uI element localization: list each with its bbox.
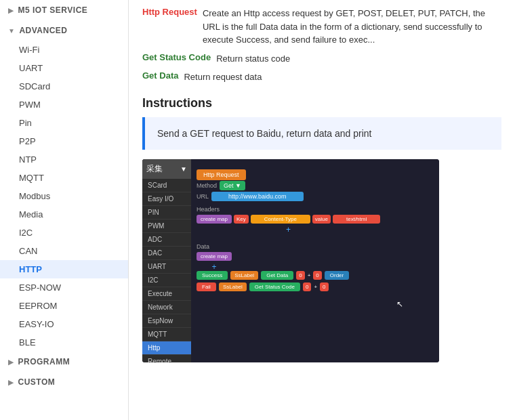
chevron-right-icon: ▶ <box>8 358 14 366</box>
menu-item-http: Http <box>142 341 191 355</box>
get-data-label: Get Data <box>142 70 178 81</box>
block-http-request: Http Request <box>197 169 246 180</box>
sidebar-item-mqtt[interactable]: MQTT <box>0 169 128 187</box>
get-status-code-block: Get Status Code Return status code <box>142 52 501 66</box>
sidebar-item-i2c[interactable]: I2C <box>0 224 128 242</box>
menu-item-easy-io: Easy I/O <box>142 192 191 206</box>
code-canvas: 采集 ▼ SCard Easy I/O PIN PWM ADC DAC UART… <box>142 159 439 362</box>
block-url-row: URL http://www.baidu.com <box>197 192 304 201</box>
block-data-add-row: + <box>197 262 232 272</box>
http-request-label: Http Request <box>142 7 197 17</box>
sidebar-item-eeprom[interactable]: EEPROM <box>0 297 128 315</box>
menu-item-pwm: PWM <box>142 219 191 233</box>
block-success-print: SsLabel <box>230 271 258 280</box>
dropdown-menu-header: 采集 ▼ <box>142 159 191 179</box>
sidebar-section-label: PROGRAMM <box>18 357 70 366</box>
block-create-map: create map <box>197 215 232 224</box>
code-screenshot: 采集 ▼ SCard Easy I/O PIN PWM ADC DAC UART… <box>142 159 439 362</box>
chevron-down-icon: ▼ <box>8 27 15 35</box>
block-fail-plus: + <box>314 284 317 290</box>
get-data-block: Get Data Return request data <box>142 70 501 84</box>
sidebar-item-media[interactable]: Media <box>0 205 128 224</box>
block-headers-map: create map Key Content-Type value text/h… <box>197 215 380 224</box>
instruction-text: Send a GET request to Baidu, return data… <box>157 128 372 139</box>
dropdown-menu-bar: 采集 ▼ SCard Easy I/O PIN PWM ADC DAC UART… <box>142 159 191 362</box>
block-success-row: Success SsLabel Get Data 0 + 0 Order <box>197 271 349 280</box>
instruction-box: Send a GET request to Baidu, return data… <box>142 117 501 150</box>
block-add-row: + <box>197 225 380 234</box>
menu-item-network: Network <box>142 301 191 314</box>
dropdown-arrow-icon: ▼ <box>180 165 187 173</box>
main-content: Http Request Create an Http access reque… <box>129 0 515 420</box>
menu-item-mqtt: MQTT <box>142 328 191 341</box>
block-data-label: Data <box>197 243 209 250</box>
block-get-status: Get Status Code <box>249 282 300 291</box>
block-get-data: Get Data <box>261 271 293 280</box>
get-status-code-label: Get Status Code <box>142 52 211 62</box>
block-headers-label: Headers <box>197 206 220 213</box>
blocks-area: Http Request Method Get ▼ URL http://www… <box>193 166 436 359</box>
block-method-row: Method Get ▼ <box>197 181 245 190</box>
chevron-right-icon: ▶ <box>8 379 14 386</box>
block-num2: 0 <box>313 271 321 280</box>
get-status-line: Get Status Code Return status code <box>142 52 501 66</box>
block-data-map: create map <box>197 252 232 261</box>
sidebar-item-wifi[interactable]: Wi-Fi <box>0 41 128 59</box>
menu-item-pin: PIN <box>142 206 191 219</box>
block-fail-label: Fail <box>197 282 216 291</box>
sidebar-section-label: ADVANCED <box>19 26 67 35</box>
block-num1: 0 <box>296 271 304 280</box>
sidebar-item-ble[interactable]: BLE <box>0 333 128 352</box>
block-order-label: Order <box>325 271 349 280</box>
block-url-value: http://www.baidu.com <box>211 192 304 201</box>
sidebar-item-can[interactable]: CAN <box>0 242 128 260</box>
sidebar-item-pin[interactable]: Pin <box>0 114 128 132</box>
sidebar-item-esp-now[interactable]: ESP-NOW <box>0 278 128 297</box>
sidebar-item-uart[interactable]: UART <box>0 59 128 77</box>
sidebar-section-m5-iot-service[interactable]: ▶ M5 IOT SERVICE <box>0 0 128 20</box>
block-fail-num2: 0 <box>320 282 328 291</box>
sidebar-section-custom[interactable]: ▶ CUSTOM <box>0 372 128 392</box>
instructions-title: Instructions <box>142 96 501 110</box>
menu-item-uart: UART <box>142 260 191 274</box>
get-data-line: Get Data Return request data <box>142 70 501 84</box>
block-plus-op: + <box>308 272 311 278</box>
http-request-line: Http Request Create an Http access reque… <box>142 7 501 47</box>
menu-item-dac: DAC <box>142 247 191 260</box>
sidebar-section-label: M5 IOT SERVICE <box>18 5 88 15</box>
sidebar-item-http[interactable]: HTTP <box>0 260 128 278</box>
block-url-label: URL <box>197 193 209 200</box>
http-request-description: Create an Http access request by GET, PO… <box>203 7 501 47</box>
block-method-value: Get ▼ <box>220 181 245 190</box>
block-value: value <box>312 215 331 224</box>
sidebar-item-p2p[interactable]: P2P <box>0 132 128 150</box>
block-data-create-map: create map <box>197 252 232 261</box>
menu-item-espnow: EspNow <box>142 314 191 328</box>
menu-item-i2c: I2C <box>142 274 191 287</box>
chevron-right-icon: ▶ <box>8 7 14 14</box>
sidebar: ▶ M5 IOT SERVICE ▼ ADVANCED Wi-Fi UART S… <box>0 0 129 420</box>
sidebar-item-modbus[interactable]: Modbus <box>0 187 128 205</box>
menu-item-scard: SCard <box>142 179 191 192</box>
sidebar-item-pwm[interactable]: PWM <box>0 96 128 114</box>
block-text-html: text/html <box>333 215 380 224</box>
cursor-pointer: ↖ <box>396 299 402 305</box>
block-content-type: Content-Type <box>251 215 310 224</box>
sidebar-section-label: CUSTOM <box>18 377 56 387</box>
block-key: Key <box>234 215 249 224</box>
block-fail-row: Fail SsLabel Get Status Code 0 + 0 <box>197 282 329 291</box>
sidebar-section-advanced[interactable]: ▼ ADVANCED <box>0 20 128 41</box>
block-data-plus-icon: + <box>212 262 217 272</box>
sidebar-item-sdcard[interactable]: SDCard <box>0 77 128 96</box>
dropdown-menu-list: SCard Easy I/O PIN PWM ADC DAC UART I2C … <box>142 179 191 362</box>
block-data-section: Data create map + <box>197 240 232 272</box>
get-status-code-description: Return status code <box>216 52 290 66</box>
sidebar-item-ntp[interactable]: NTP <box>0 150 128 169</box>
sidebar-item-easy-io[interactable]: EASY-IO <box>0 315 128 333</box>
dropdown-header-label: 采集 <box>146 163 163 175</box>
sidebar-section-programm[interactable]: ▶ PROGRAMM <box>0 352 128 372</box>
menu-item-execute: Execute <box>142 287 191 301</box>
get-data-description: Return request data <box>184 70 262 84</box>
block-method-label: Method <box>197 182 217 189</box>
menu-item-remote: Remote <box>142 355 191 362</box>
